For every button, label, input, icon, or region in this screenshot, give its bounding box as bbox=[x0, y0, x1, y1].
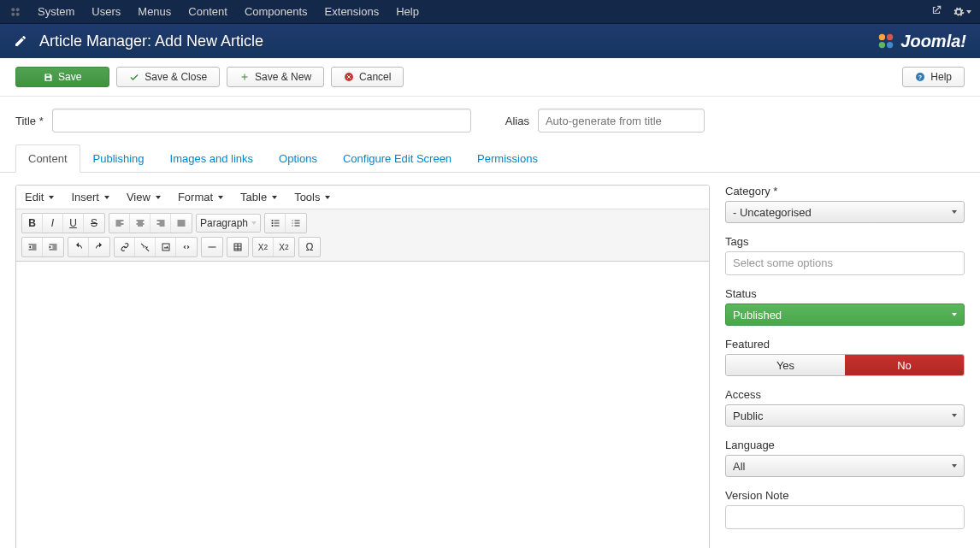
topbar-right bbox=[930, 4, 971, 19]
title-input[interactable] bbox=[52, 109, 471, 133]
editor-menu-tools[interactable]: Tools bbox=[294, 191, 330, 203]
category-label: Category * bbox=[725, 185, 965, 197]
hr-group bbox=[201, 237, 223, 257]
hr-button[interactable] bbox=[202, 238, 222, 256]
topbar-item-components[interactable]: Components bbox=[236, 0, 316, 24]
save-button[interactable]: Save bbox=[15, 67, 109, 87]
indent-button[interactable] bbox=[43, 238, 63, 256]
status-value: Published bbox=[733, 309, 782, 321]
plus-icon bbox=[239, 72, 250, 82]
tab-options[interactable]: Options bbox=[266, 144, 330, 173]
underline-button[interactable]: U bbox=[63, 214, 84, 233]
topbar-item-extensions[interactable]: Extensions bbox=[316, 0, 388, 24]
save-close-button[interactable]: Save & Close bbox=[116, 67, 220, 87]
save-new-button[interactable]: Save & New bbox=[227, 67, 324, 87]
toolbar-left: Save Save & Close Save & New Cancel bbox=[15, 67, 404, 87]
subscript-button[interactable]: X2 bbox=[253, 238, 274, 256]
settings-dropdown[interactable] bbox=[953, 6, 971, 18]
char-group: Ω bbox=[298, 237, 321, 257]
page-header: Article Manager: Add New Article Joomla! bbox=[0, 24, 980, 58]
bullet-list-button[interactable] bbox=[265, 214, 286, 233]
gear-icon bbox=[953, 6, 965, 18]
joomla-logo-icon bbox=[877, 32, 895, 50]
category-select[interactable]: - Uncategorised bbox=[725, 201, 965, 223]
link-button[interactable] bbox=[115, 238, 135, 256]
tags-field: Tags Select some options bbox=[725, 235, 965, 275]
svg-point-6 bbox=[879, 42, 885, 48]
table-button[interactable] bbox=[227, 238, 248, 256]
editor-menu-table[interactable]: Table bbox=[240, 191, 277, 203]
redo-button[interactable] bbox=[89, 238, 109, 256]
featured-no[interactable]: No bbox=[845, 355, 964, 375]
cancel-button[interactable]: Cancel bbox=[331, 67, 404, 87]
tab-images-links[interactable]: Images and links bbox=[157, 144, 267, 173]
editor-canvas[interactable] bbox=[16, 262, 709, 548]
alias-input[interactable] bbox=[538, 109, 705, 133]
svg-point-12 bbox=[271, 222, 273, 224]
chevron-down-icon bbox=[952, 313, 957, 316]
topbar-item-users[interactable]: Users bbox=[83, 0, 129, 24]
alias-label: Alias bbox=[505, 115, 529, 127]
superscript-button[interactable]: X2 bbox=[274, 238, 294, 256]
align-center-button[interactable] bbox=[130, 214, 151, 233]
paragraph-format-label: Paragraph bbox=[200, 217, 248, 229]
align-justify-button[interactable] bbox=[171, 214, 192, 233]
external-link-icon[interactable] bbox=[930, 4, 942, 19]
image-button[interactable] bbox=[156, 238, 176, 256]
tab-publishing[interactable]: Publishing bbox=[80, 144, 157, 173]
access-value: Public bbox=[733, 410, 763, 422]
chevron-down-icon bbox=[251, 221, 257, 225]
help-button[interactable]: ? Help bbox=[902, 67, 965, 87]
editor-menu-table-label: Table bbox=[240, 191, 267, 203]
topbar-item-system[interactable]: System bbox=[29, 0, 83, 24]
title-label: Title * bbox=[15, 115, 44, 127]
svg-point-11 bbox=[271, 220, 273, 221]
script-group: X2 X2 bbox=[252, 237, 295, 257]
apply-icon bbox=[44, 73, 53, 82]
main-area: Edit Insert View Format Table Tools B I … bbox=[0, 173, 980, 548]
svg-point-3 bbox=[16, 12, 20, 15]
topbar-item-help[interactable]: Help bbox=[387, 0, 428, 24]
topbar-item-menus[interactable]: Menus bbox=[129, 0, 180, 24]
svg-point-4 bbox=[879, 34, 885, 40]
special-char-button[interactable]: Ω bbox=[299, 238, 320, 256]
tab-content[interactable]: Content bbox=[15, 144, 80, 173]
editor-menu-format[interactable]: Format bbox=[178, 191, 223, 203]
align-right-button[interactable] bbox=[151, 214, 171, 233]
paragraph-format-select[interactable]: Paragraph bbox=[196, 214, 261, 233]
chevron-down-icon bbox=[49, 196, 54, 199]
brand-text: Joomla! bbox=[900, 32, 966, 51]
tags-input[interactable]: Select some options bbox=[725, 251, 965, 275]
tab-configure-edit[interactable]: Configure Edit Screen bbox=[330, 144, 464, 173]
featured-yes[interactable]: Yes bbox=[726, 355, 845, 375]
language-select[interactable]: All bbox=[725, 455, 965, 477]
save-close-label: Save & Close bbox=[145, 71, 207, 83]
check-icon bbox=[129, 72, 139, 82]
featured-field: Featured Yes No bbox=[725, 338, 965, 376]
sidebar: Category * - Uncategorised Tags Select s… bbox=[725, 185, 965, 529]
undo-button[interactable] bbox=[68, 238, 89, 256]
svg-point-1 bbox=[16, 8, 20, 11]
unlink-button[interactable] bbox=[135, 238, 156, 256]
indent-group bbox=[21, 237, 64, 257]
align-left-button[interactable] bbox=[109, 214, 130, 233]
editor-menu-edit[interactable]: Edit bbox=[25, 191, 54, 203]
code-button[interactable] bbox=[176, 238, 197, 256]
undo-group bbox=[68, 237, 110, 257]
bold-button[interactable]: B bbox=[22, 214, 43, 233]
cancel-label: Cancel bbox=[359, 71, 391, 83]
italic-button[interactable]: I bbox=[43, 214, 63, 233]
outdent-button[interactable] bbox=[22, 238, 43, 256]
access-select[interactable]: Public bbox=[725, 404, 965, 427]
status-select[interactable]: Published bbox=[725, 303, 965, 326]
topbar-item-content[interactable]: Content bbox=[180, 0, 236, 24]
chevron-down-icon bbox=[272, 196, 277, 199]
svg-text:?: ? bbox=[918, 74, 922, 80]
tab-permissions[interactable]: Permissions bbox=[464, 144, 551, 173]
editor-menu-insert[interactable]: Insert bbox=[71, 191, 109, 203]
editor-menu-view[interactable]: View bbox=[127, 191, 161, 203]
strikethrough-button[interactable]: S bbox=[84, 214, 104, 233]
version-note-input[interactable] bbox=[725, 505, 965, 529]
number-list-button[interactable] bbox=[286, 214, 306, 233]
language-field: Language All bbox=[725, 439, 965, 477]
